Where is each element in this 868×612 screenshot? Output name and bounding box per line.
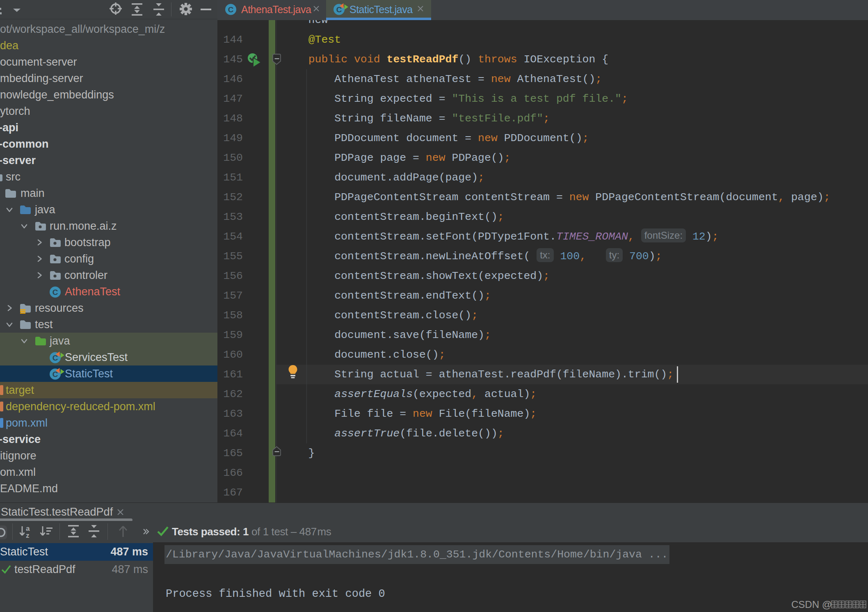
svg-text:C: C xyxy=(228,5,234,14)
svg-text:C: C xyxy=(53,288,58,297)
svg-text:z: z xyxy=(26,532,30,538)
